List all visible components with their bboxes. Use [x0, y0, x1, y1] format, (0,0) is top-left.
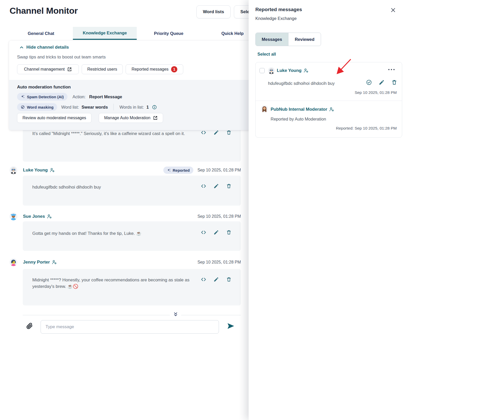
- channel-tabs: General Chat Knowledge Exchange Priority…: [9, 27, 264, 40]
- word-masking-chip: Word masking: [17, 103, 57, 111]
- message-text: hdufeugifbdc sdhoihoi dihdocih buy: [32, 184, 101, 190]
- code-icon[interactable]: [201, 130, 206, 135]
- channel-management-button[interactable]: Channel management: [17, 64, 79, 74]
- reported-messages-panel: Reported messages Knowledge Exchange Mes…: [249, 0, 504, 420]
- timestamp: Sep 10 2025, 01:28 PM: [197, 214, 241, 219]
- reported-message-card: Luke Young hdufeugifbdc sdhoihoi dihdoci…: [255, 62, 402, 138]
- panel-subtitle: Knowledge Exchange: [255, 16, 297, 21]
- sparkle-icon: [21, 95, 25, 99]
- reported-by-text: Reported by Auto Moderation: [271, 117, 326, 122]
- edit-icon[interactable]: [379, 79, 385, 85]
- message-input[interactable]: [41, 320, 219, 334]
- reported-messages-button[interactable]: Reported messages 1: [126, 64, 183, 74]
- tab-knowledge-exchange[interactable]: Knowledge Exchange: [73, 27, 137, 40]
- message-header: Jenny Porter Sep 10 2025, 01:28 PM: [10, 258, 241, 267]
- message-bubble: Midnight *****? Honestly, your coffee re…: [23, 269, 241, 305]
- code-icon[interactable]: [201, 230, 206, 235]
- user-settings-icon: [52, 260, 57, 265]
- tab-general-chat[interactable]: General Chat: [9, 27, 73, 40]
- action-label: Action:: [73, 94, 86, 99]
- report-checkbox[interactable]: [259, 68, 265, 73]
- double-chevron-down-icon: [173, 312, 178, 317]
- report-timestamp: Sep 10 2025, 01:28 PM: [355, 90, 397, 95]
- reported-at-text: Reported: Sep 10 2025, 01:28 PM: [336, 126, 397, 131]
- message-text: Midnight *****? Honestly, your coffee re…: [32, 277, 196, 290]
- author-jenny-porter[interactable]: Jenny Porter: [23, 260, 57, 265]
- avatar-sue-jones: [10, 213, 17, 220]
- approve-icon[interactable]: [366, 79, 372, 85]
- select-all-link[interactable]: Select all: [257, 52, 276, 57]
- delete-icon[interactable]: [226, 183, 232, 189]
- edit-icon[interactable]: [213, 130, 219, 135]
- code-icon[interactable]: [201, 183, 206, 189]
- scroll-to-bottom-button[interactable]: [170, 310, 181, 318]
- moderator-name[interactable]: PubNub Internal Moderator: [271, 107, 334, 112]
- spam-detection-chip: Spam Detection (AI): [17, 93, 67, 101]
- message-header: Sue Jones Sep 10 2025, 01:28 PM: [10, 212, 241, 221]
- user-settings-icon: [50, 168, 55, 172]
- user-settings-icon: [304, 68, 309, 73]
- user-settings-icon: [47, 214, 52, 219]
- external-link-icon: [153, 116, 158, 120]
- delete-icon[interactable]: [226, 277, 232, 282]
- word-list-label: Word list:: [61, 105, 79, 110]
- delete-icon[interactable]: [226, 130, 232, 135]
- tab-reviewed[interactable]: Reviewed: [288, 33, 321, 46]
- message-bubble: Gotta get my hands on that! Thanks for t…: [23, 221, 241, 251]
- page-title: Channel Monitor: [10, 6, 78, 16]
- word-masking-icon: [21, 105, 25, 109]
- edit-icon[interactable]: [213, 277, 219, 282]
- tab-messages[interactable]: Messages: [256, 33, 288, 46]
- panel-title: Reported messages: [255, 7, 302, 12]
- word-lists-button[interactable]: Word lists: [196, 5, 231, 18]
- divider: [256, 101, 402, 101]
- avatar-moderator: [261, 105, 268, 113]
- author-luke-young[interactable]: Luke Young: [23, 168, 55, 173]
- report-message-text: hdufeugifbdc sdhoihoi dihdocih buy: [268, 81, 335, 86]
- panel-tabs: Messages Reviewed: [255, 33, 321, 46]
- timestamp: Sep 10 2025, 01:28 PM: [197, 260, 241, 265]
- more-options-icon[interactable]: [388, 69, 395, 71]
- avatar-jenny-porter: [10, 258, 17, 266]
- action-value: Report Message: [89, 94, 122, 99]
- info-icon[interactable]: [152, 105, 157, 110]
- sparkle-icon: [167, 168, 171, 172]
- chevron-up-icon: [19, 45, 24, 50]
- code-icon[interactable]: [201, 277, 206, 282]
- manage-auto-moderation-button[interactable]: Manage Auto Moderation: [99, 113, 163, 123]
- delete-icon[interactable]: [226, 230, 232, 235]
- edit-icon[interactable]: [213, 183, 219, 189]
- user-settings-icon: [329, 107, 334, 112]
- tab-priority-queue[interactable]: Priority Queue: [137, 27, 201, 40]
- message-text: It's called "Midnight *****." Seriously,…: [32, 130, 185, 137]
- restricted-users-button[interactable]: Restricted users: [82, 64, 123, 74]
- words-in-list-label: Words in list:: [119, 105, 144, 110]
- auto-moderation-title: Auto moderation function: [17, 85, 71, 90]
- attach-icon[interactable]: [26, 323, 33, 329]
- message-header: Luke Young Reported Sep 10 2025, 01:28 P…: [10, 166, 241, 175]
- review-auto-moderated-button[interactable]: Review auto moderated messages: [17, 113, 91, 123]
- avatar-luke-young: [268, 67, 275, 74]
- reported-badge: Reported: [163, 167, 193, 174]
- send-icon[interactable]: [227, 322, 234, 330]
- message-text: Gotta get my hands on that! Thanks for t…: [32, 230, 142, 237]
- close-icon[interactable]: [390, 7, 396, 13]
- words-in-list-value: 1: [146, 105, 149, 110]
- divider: [113, 104, 114, 110]
- edit-icon[interactable]: [213, 230, 219, 235]
- timestamp: Sep 10 2025, 01:28 PM: [197, 168, 241, 172]
- author-sue-jones[interactable]: Sue Jones: [23, 214, 52, 219]
- divider: [23, 315, 241, 315]
- message-bubble: hdufeugifbdc sdhoihoi dihdocih buy: [23, 176, 241, 206]
- avatar-luke-young: [10, 166, 17, 174]
- hide-channel-details-toggle[interactable]: Hide channel details: [19, 45, 69, 50]
- toggle-label: Hide channel details: [26, 45, 69, 50]
- channel-description: Swap tips and tricks to boost out team s…: [17, 55, 106, 60]
- delete-icon[interactable]: [391, 79, 397, 85]
- reported-count-badge: 1: [171, 66, 177, 72]
- report-author[interactable]: Luke Young: [277, 68, 309, 73]
- external-link-icon: [67, 67, 72, 72]
- word-list-value: Swear words: [82, 105, 108, 110]
